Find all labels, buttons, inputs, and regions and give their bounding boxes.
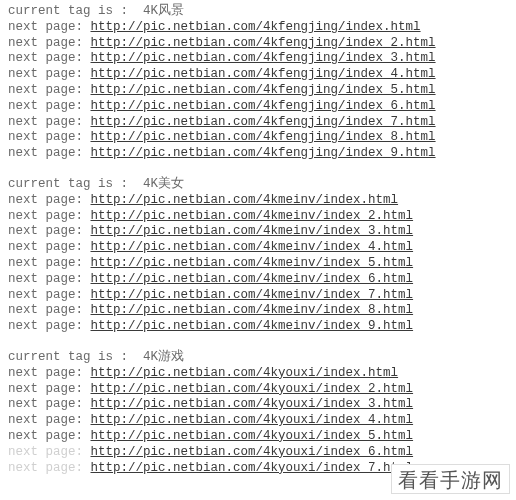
page-url-link[interactable]: http://pic.netbian.com/4kfengjing/index_…: [91, 36, 436, 50]
page-url-link[interactable]: http://pic.netbian.com/4kfengjing/index_…: [91, 146, 436, 160]
url-line: next page: http://pic.netbian.com/4kfeng…: [8, 20, 508, 36]
line-prefix: next page:: [8, 413, 91, 427]
tag-name: 4K风景: [143, 4, 184, 18]
line-prefix: next page:: [8, 429, 91, 443]
line-prefix: next page:: [8, 256, 91, 270]
url-line: next page: http://pic.netbian.com/4kyoux…: [8, 366, 508, 382]
watermark-overlay: 看看手游网: [391, 464, 510, 494]
url-line: next page: http://pic.netbian.com/4kyoux…: [8, 382, 508, 398]
line-prefix: next page:: [8, 461, 91, 475]
page-url-link[interactable]: http://pic.netbian.com/4kmeinv/index.htm…: [91, 193, 399, 207]
url-line: next page: http://pic.netbian.com/4kmein…: [8, 240, 508, 256]
page-url-link[interactable]: http://pic.netbian.com/4kmeinv/index_7.h…: [91, 288, 414, 302]
page-url-link[interactable]: http://pic.netbian.com/4kyouxi/index_5.h…: [91, 429, 414, 443]
tag-header-prefix: current tag is :: [8, 4, 143, 18]
line-prefix: next page:: [8, 130, 91, 144]
line-prefix: next page:: [8, 83, 91, 97]
url-line: next page: http://pic.netbian.com/4kyoux…: [8, 413, 508, 429]
url-line: next page: http://pic.netbian.com/4kfeng…: [8, 130, 508, 146]
line-prefix: next page:: [8, 240, 91, 254]
url-line: next page: http://pic.netbian.com/4kmein…: [8, 319, 508, 335]
line-prefix: next page:: [8, 224, 91, 238]
page-url-link[interactable]: http://pic.netbian.com/4kmeinv/index_8.h…: [91, 303, 414, 317]
page-url-link[interactable]: http://pic.netbian.com/4kfengjing/index_…: [91, 51, 436, 65]
page-url-link[interactable]: http://pic.netbian.com/4kfengjing/index_…: [91, 67, 436, 81]
line-prefix: next page:: [8, 382, 91, 396]
console-output: current tag is : 4K风景next page: http://p…: [0, 0, 516, 480]
line-prefix: next page:: [8, 146, 91, 160]
tag-header-line: current tag is : 4K游戏: [8, 350, 508, 366]
url-line: next page: http://pic.netbian.com/4kyoux…: [8, 397, 508, 413]
url-line: next page: http://pic.netbian.com/4kfeng…: [8, 115, 508, 131]
url-line: next page: http://pic.netbian.com/4kfeng…: [8, 83, 508, 99]
tag-name: 4K美女: [143, 177, 184, 191]
url-line: next page: http://pic.netbian.com/4kmein…: [8, 209, 508, 225]
url-line: next page: http://pic.netbian.com/4kfeng…: [8, 51, 508, 67]
group-spacer: [8, 162, 508, 177]
line-prefix: next page:: [8, 115, 91, 129]
tag-header-prefix: current tag is :: [8, 350, 143, 364]
line-prefix: next page:: [8, 445, 91, 459]
page-url-link[interactable]: http://pic.netbian.com/4kyouxi/index_3.h…: [91, 397, 414, 411]
url-line: next page: http://pic.netbian.com/4kfeng…: [8, 146, 508, 162]
line-prefix: next page:: [8, 51, 91, 65]
tag-name: 4K游戏: [143, 350, 184, 364]
page-url-link[interactable]: http://pic.netbian.com/4kfengjing/index.…: [91, 20, 421, 34]
page-url-link[interactable]: http://pic.netbian.com/4kfengjing/index_…: [91, 130, 436, 144]
url-line: next page: http://pic.netbian.com/4kyoux…: [8, 445, 508, 461]
url-line: next page: http://pic.netbian.com/4kyoux…: [8, 429, 508, 445]
tag-header-line: current tag is : 4K风景: [8, 4, 508, 20]
tag-header-prefix: current tag is :: [8, 177, 143, 191]
line-prefix: next page:: [8, 319, 91, 333]
url-line: next page: http://pic.netbian.com/4kfeng…: [8, 67, 508, 83]
page-url-link[interactable]: http://pic.netbian.com/4kmeinv/index_2.h…: [91, 209, 414, 223]
tag-header-line: current tag is : 4K美女: [8, 177, 508, 193]
url-line: next page: http://pic.netbian.com/4kmein…: [8, 303, 508, 319]
page-url-link[interactable]: http://pic.netbian.com/4kmeinv/index_4.h…: [91, 240, 414, 254]
url-line: next page: http://pic.netbian.com/4kmein…: [8, 193, 508, 209]
page-url-link[interactable]: http://pic.netbian.com/4kmeinv/index_5.h…: [91, 256, 414, 270]
url-line: next page: http://pic.netbian.com/4kfeng…: [8, 36, 508, 52]
url-line: next page: http://pic.netbian.com/4kmein…: [8, 256, 508, 272]
page-url-link[interactable]: http://pic.netbian.com/4kmeinv/index_3.h…: [91, 224, 414, 238]
line-prefix: next page:: [8, 288, 91, 302]
page-url-link[interactable]: http://pic.netbian.com/4kyouxi/index_4.h…: [91, 413, 414, 427]
url-line: next page: http://pic.netbian.com/4kmein…: [8, 288, 508, 304]
page-url-link[interactable]: http://pic.netbian.com/4kyouxi/index.htm…: [91, 366, 399, 380]
page-url-link[interactable]: http://pic.netbian.com/4kyouxi/index_6.h…: [91, 445, 414, 459]
line-prefix: next page:: [8, 272, 91, 286]
line-prefix: next page:: [8, 303, 91, 317]
page-url-link[interactable]: http://pic.netbian.com/4kyouxi/index_7.h…: [91, 461, 414, 475]
url-line: next page: http://pic.netbian.com/4kmein…: [8, 224, 508, 240]
url-line: next page: http://pic.netbian.com/4kfeng…: [8, 99, 508, 115]
line-prefix: next page:: [8, 366, 91, 380]
line-prefix: next page:: [8, 36, 91, 50]
watermark-text: 看看手游网: [398, 469, 503, 491]
page-url-link[interactable]: http://pic.netbian.com/4kfengjing/index_…: [91, 99, 436, 113]
line-prefix: next page:: [8, 193, 91, 207]
line-prefix: next page:: [8, 209, 91, 223]
line-prefix: next page:: [8, 67, 91, 81]
page-url-link[interactable]: http://pic.netbian.com/4kmeinv/index_6.h…: [91, 272, 414, 286]
group-spacer: [8, 335, 508, 350]
page-url-link[interactable]: http://pic.netbian.com/4kfengjing/index_…: [91, 115, 436, 129]
line-prefix: next page:: [8, 397, 91, 411]
line-prefix: next page:: [8, 99, 91, 113]
line-prefix: next page:: [8, 20, 91, 34]
page-url-link[interactable]: http://pic.netbian.com/4kyouxi/index_2.h…: [91, 382, 414, 396]
page-url-link[interactable]: http://pic.netbian.com/4kmeinv/index_9.h…: [91, 319, 414, 333]
url-line: next page: http://pic.netbian.com/4kmein…: [8, 272, 508, 288]
page-url-link[interactable]: http://pic.netbian.com/4kfengjing/index_…: [91, 83, 436, 97]
